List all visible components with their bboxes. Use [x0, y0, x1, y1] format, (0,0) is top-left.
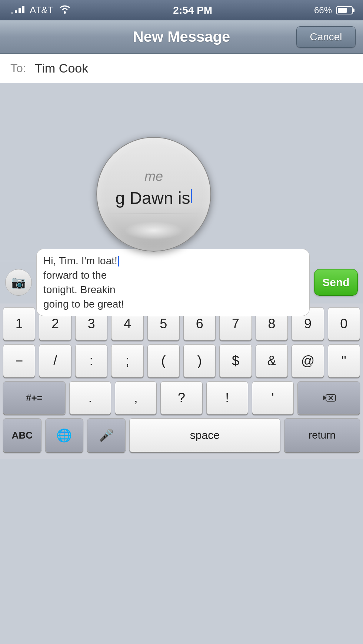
key-open-paren[interactable]: (	[147, 344, 180, 378]
key-0[interactable]: 0	[328, 307, 360, 341]
message-input-row: 📷 Hi, Tim. I'm loat! forward to the toni…	[0, 261, 363, 303]
svg-rect-2	[19, 8, 21, 13]
status-left: AT&T	[10, 4, 71, 17]
message-text-line4: going to be great!	[43, 298, 124, 310]
svg-rect-1	[15, 10, 17, 13]
message-text-line2: forward to the	[43, 269, 107, 281]
nav-bar: New Message Cancel	[0, 20, 363, 54]
key-colon[interactable]: :	[75, 344, 107, 378]
battery-percent: 66%	[314, 5, 332, 16]
camera-button[interactable]: 📷	[5, 269, 32, 296]
keyboard-row-mixed: #+= . , ? ! '	[3, 381, 360, 415]
to-label: To:	[10, 61, 29, 75]
battery-fill	[338, 8, 347, 13]
key-globe[interactable]: 🌐	[45, 418, 84, 452]
key-question[interactable]: ?	[160, 381, 202, 415]
message-text-cursor-inline: at!	[106, 255, 119, 266]
key-slash[interactable]: /	[39, 344, 71, 378]
key-ampersand[interactable]: &	[256, 344, 288, 378]
battery-icon	[336, 6, 353, 14]
message-text-line1: Hi, Tim. I'm lo	[43, 255, 106, 266]
key-hash-plus-equals[interactable]: #+=	[3, 381, 66, 415]
status-right: 66%	[314, 5, 353, 16]
key-exclaim[interactable]: !	[206, 381, 248, 415]
svg-point-0	[11, 12, 13, 14]
message-text-line3: tonight. Breakin	[43, 284, 116, 295]
key-abc[interactable]: ABC	[3, 418, 41, 452]
nav-title: New Message	[133, 28, 230, 45]
key-period[interactable]: .	[69, 381, 111, 415]
key-apostrophe[interactable]: '	[252, 381, 294, 415]
svg-point-4	[64, 11, 66, 14]
carrier-name: AT&T	[30, 4, 54, 16]
cancel-button[interactable]: Cancel	[296, 26, 356, 48]
key-comma[interactable]: ,	[115, 381, 157, 415]
key-1[interactable]: 1	[3, 307, 35, 341]
key-dollar[interactable]: $	[219, 344, 252, 378]
to-field: To: Tim Cook	[0, 54, 363, 83]
wifi-icon	[58, 4, 71, 17]
key-backspace[interactable]	[297, 381, 360, 415]
key-quote[interactable]: "	[328, 344, 360, 378]
magnifier-text-main: g Dawn is	[116, 188, 190, 208]
status-bar: AT&T 2:54 PM 66%	[0, 0, 363, 20]
keyboard-row-symbols: − / : ; ( ) $ & @ "	[3, 344, 360, 378]
svg-rect-3	[22, 6, 24, 13]
key-dash[interactable]: −	[3, 344, 35, 378]
to-value: Tim Cook	[35, 61, 88, 76]
key-return[interactable]: return	[284, 418, 360, 452]
magnifier-divider	[104, 214, 203, 214]
signal-bars	[10, 4, 25, 17]
key-semicolon[interactable]: ;	[111, 344, 143, 378]
keyboard: 1 2 3 4 5 6 7 8 9 0 − / : ; ( ) $ & @ " …	[0, 303, 363, 459]
magnifier-loupe: me g Dawn is	[96, 137, 211, 252]
magnifier-shine	[124, 221, 183, 240]
message-input-box[interactable]: Hi, Tim. I'm loat! forward to the tonigh…	[36, 249, 310, 316]
message-area: me g Dawn is	[0, 83, 363, 261]
status-time: 2:54 PM	[173, 4, 212, 16]
key-mic[interactable]: 🎤	[87, 418, 126, 452]
send-button[interactable]: Send	[314, 269, 358, 296]
keyboard-row-bottom: ABC 🌐 🎤 space return	[3, 418, 360, 452]
key-space[interactable]: space	[129, 418, 280, 452]
key-close-paren[interactable]: )	[183, 344, 216, 378]
magnifier-text-top: me	[144, 169, 163, 184]
magnifier-content: me g Dawn is	[97, 138, 210, 251]
magnifier-cursor	[191, 189, 192, 203]
key-at[interactable]: @	[292, 344, 324, 378]
